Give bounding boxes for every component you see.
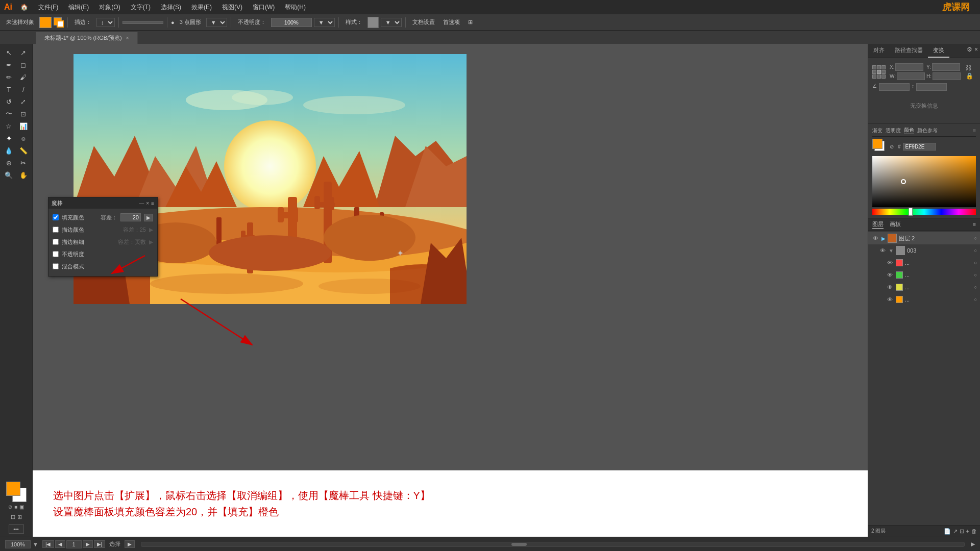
graph-tool[interactable]: 📊 [17,120,31,132]
layer-eye-red[interactable]: 👁 [886,259,894,267]
slice-tool[interactable]: ✂ [17,157,31,168]
color-none-icon[interactable]: ⊘ [890,144,894,149]
reference-point-grid[interactable] [872,65,886,79]
doc-settings-button[interactable]: 文档设置 [409,17,438,27]
magic-wand-tool[interactable]: ✦ [2,133,16,144]
color-tab-color[interactable]: 颜色 [904,127,914,134]
tab-close-button[interactable]: × [126,35,129,41]
blend-tool[interactable]: ⊕ [2,157,16,168]
menu-view[interactable]: 视图(V) [218,2,247,13]
move-to-layer-icon[interactable]: ↗ [953,528,958,535]
angle-input[interactable] [879,83,910,91]
h-input[interactable] [933,72,961,80]
shear-input[interactable] [916,83,947,91]
document-tab[interactable]: 未标题-1* @ 100% (RGB/预览) × [36,32,138,44]
layer-eye-orange[interactable]: 👁 [886,295,894,304]
create-sublayer-icon[interactable]: + [966,528,969,535]
menu-object[interactable]: 对象(O) [95,2,124,13]
prev-page-button[interactable]: ◀ [55,540,65,548]
layer-eye-2[interactable]: 👁 [871,234,879,242]
menu-home[interactable]: 🏠 [16,3,32,12]
color-swatch-stack[interactable] [6,482,27,502]
type-tool[interactable]: T [2,84,16,95]
outline-view-icon[interactable]: ⊡ [11,514,15,520]
fill-tolerance-up-button[interactable]: ▶ [144,214,153,221]
measure-tool[interactable]: 📏 [17,145,31,156]
next-page-button[interactable]: ▶ [83,540,93,548]
x-input[interactable] [895,63,923,71]
none-icon[interactable]: ⊘ [8,504,12,510]
style-select[interactable]: ▼ [381,18,402,27]
hue-bar[interactable] [872,209,976,215]
play-button[interactable]: ▶ [125,540,135,548]
w-input[interactable] [897,72,925,80]
color-menu-icon[interactable]: ≡ [973,128,976,134]
menu-edit[interactable]: 编辑(E) [64,2,93,13]
color-tab-reference[interactable]: 颜色参考 [917,127,938,134]
layer-item-yellow[interactable]: 👁 ... ○ [868,281,980,293]
select-tool[interactable]: ↖ [2,47,16,58]
eyedropper-tool[interactable]: 💧 [2,145,16,156]
layer-expand-003[interactable]: ▼ [889,248,894,254]
layer-item-green[interactable]: 👁 ... ○ [868,269,980,281]
opacity-input[interactable] [271,18,312,27]
points-select[interactable]: ▼ [206,18,227,27]
fill-color-box[interactable] [39,17,52,28]
scale-tool[interactable]: ⤢ [17,96,31,107]
layer-eye-green[interactable]: 👁 [886,271,894,279]
direct-select-tool[interactable]: ↗ [17,47,31,58]
style-box[interactable] [368,17,379,28]
blend-mode-checkbox[interactable] [53,263,59,269]
panel-menu-button[interactable]: ≡ [151,201,154,206]
zoom-input[interactable] [5,540,31,548]
menu-text[interactable]: 文字(T) [127,2,155,13]
brush-tool[interactable]: 🖌 [17,71,31,83]
pixel-view-icon[interactable]: ⊞ [17,514,22,520]
layer-eye-003[interactable]: 👁 [878,246,887,255]
tab-transform[interactable]: 变换 [928,44,949,58]
status-scrollbar[interactable] [141,542,965,547]
delete-layer-icon[interactable]: 🗑 [971,528,977,535]
layer-expand-2[interactable]: ▶ [881,236,886,241]
artboard-tab[interactable]: 画板 [890,220,901,229]
layer-eye-yellow[interactable]: 👁 [886,283,894,291]
create-layer-icon[interactable]: 📄 [944,528,951,535]
zoom-dropdown-icon[interactable]: ▼ [33,541,38,547]
lasso-tool[interactable]: ⌾ [17,133,31,144]
arrange-icon[interactable]: ⊞ [465,18,476,27]
tab-pathfinder[interactable]: 路径查找器 [890,44,928,58]
symbol-tool[interactable]: ☆ [2,120,16,132]
panel-collapse-button[interactable]: — [139,201,144,206]
tab-align[interactable]: 对齐 [868,44,890,58]
color-tab-transparency[interactable]: 透明度 [886,127,901,134]
opacity-checkbox[interactable] [53,251,59,257]
layer-item-red[interactable]: 👁 ... ○ [868,257,980,269]
menu-window[interactable]: 窗口(W) [249,2,279,13]
rotate-tool[interactable]: ↺ [2,96,16,107]
canvas-scroll-area[interactable]: 魔棒 — × ≡ 填充颜色 容差： ▶ [33,44,868,537]
layer-item-2[interactable]: 👁 ▶ 图层 2 ○ [868,232,980,244]
color-picker-gradient[interactable] [872,156,976,207]
panel-settings-icon[interactable]: ⚙ [967,46,972,56]
fill-color-checkbox[interactable] [53,214,59,220]
pen-tool[interactable]: ✒ [2,59,16,70]
stroke-indicator[interactable] [54,17,64,28]
y-input[interactable] [932,63,960,71]
first-page-button[interactable]: |◀ [42,540,54,548]
layer-more-icon[interactable]: ⊡ [960,528,964,535]
layer-item-orange[interactable]: 👁 ... ○ [868,293,980,306]
stroke-weight-checkbox[interactable] [53,239,59,245]
color-icon[interactable]: ■ [14,504,17,510]
free-transform-tool[interactable]: ⊡ [17,108,31,119]
line-tool[interactable]: / [17,84,31,95]
scroll-right-icon[interactable]: ▶ [971,541,975,547]
preferences-button[interactable]: 首选项 [440,17,463,27]
link-icon[interactable]: ⛓ [966,64,973,71]
fill-tolerance-input[interactable] [120,213,141,221]
panel-close-right-icon[interactable]: × [974,46,978,56]
shape-tool[interactable]: ◻ [17,59,31,70]
zoom-tool[interactable]: 🔍 [2,169,16,181]
interpolate-select[interactable]: ↕ [96,18,115,27]
layer-item-003[interactable]: 👁 ▼ 003 ○ [868,244,980,257]
foreground-color-swatch[interactable] [6,482,20,496]
